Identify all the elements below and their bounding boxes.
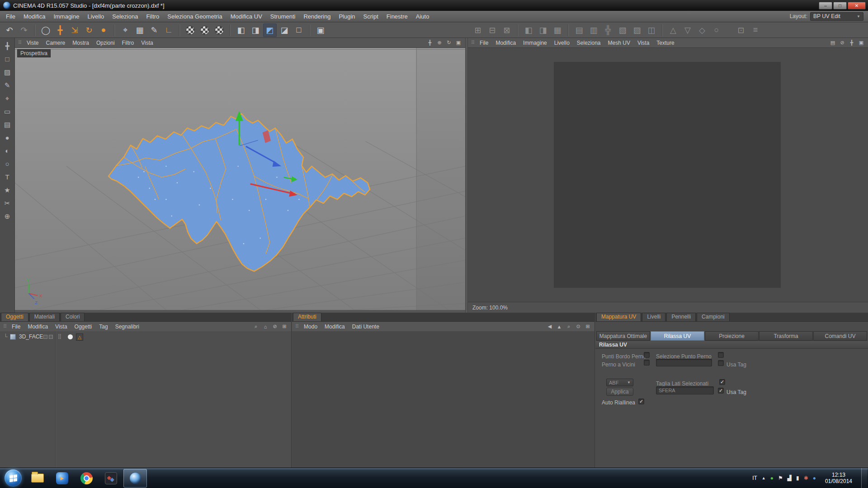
drag-handle-icon[interactable]: ⠿ [18, 40, 21, 46]
language-indicator[interactable]: IT [752, 475, 757, 481]
checkbox-taglia-lati[interactable]: ✓ [719, 379, 725, 385]
lock-icon[interactable]: ⊙ [574, 323, 582, 330]
pmenu-item-modifica[interactable]: Modifica [321, 324, 349, 330]
menu-item-strumenti[interactable]: Strumenti [266, 13, 300, 20]
tab-mappatura-uv[interactable]: Mappatura UV [596, 313, 641, 321]
knife-icon[interactable]: ✂ [1, 197, 13, 209]
taskbar-clock[interactable]: 12:13 01/08/2014 [821, 472, 857, 484]
taskbar-c4d-app[interactable]: ◆◆ [99, 469, 123, 488]
live-selection-icon[interactable]: ◯ [39, 23, 52, 37]
pmenu-item-immagine[interactable]: Immagine [519, 40, 551, 46]
star-icon[interactable]: ★ [1, 184, 13, 196]
maximize-button[interactable]: □ [833, 2, 847, 9]
zoom-view-icon[interactable]: ⊕ [435, 39, 443, 47]
mode-btn-proiezione[interactable]: Proiezione [705, 331, 759, 341]
uv-rotate-icon[interactable]: ⊠ [500, 23, 514, 37]
transform-icon[interactable]: ╋ [1, 40, 13, 52]
roller-icon[interactable]: ▤ [1, 119, 13, 130]
uv-snapshot-icon[interactable]: ⊡ [734, 23, 748, 37]
action-center-flag-icon[interactable]: ⚑ [778, 475, 783, 481]
magnify-icon[interactable]: ⊕ [1, 211, 13, 222]
object-tree[interactable]: └ 3D_FACE ⣿ △ [0, 331, 291, 468]
checkbox-selezione-punto-perno[interactable] [718, 352, 724, 358]
menu-item-file[interactable]: File [2, 13, 19, 20]
tab-campioni[interactable]: Campioni [697, 313, 730, 321]
visibility-toggle[interactable] [43, 335, 47, 339]
fill-bucket-icon[interactable]: ● [1, 132, 13, 143]
pmenu-item-camere[interactable]: Camere [42, 40, 69, 46]
pmenu-item-tag[interactable]: Tag [95, 324, 111, 330]
uv-options-icon[interactable]: ≡ [749, 23, 762, 37]
uv-pin-icon[interactable]: ◫ [645, 23, 658, 37]
checkbox-usa-tag-1[interactable] [718, 360, 724, 366]
back-icon[interactable]: ◀ [546, 323, 554, 330]
brush-icon[interactable]: ✎ [1, 80, 13, 91]
taskbar-chrome[interactable] [75, 469, 98, 488]
checkbox-punti-bordo-perno[interactable] [644, 352, 650, 358]
uv-projection-cubic-icon[interactable]: ▽ [681, 23, 694, 37]
pmenu-item-file[interactable]: File [8, 324, 24, 330]
coordinate-system-icon[interactable]: ⌖ [118, 23, 132, 37]
pmenu-item-vista[interactable]: Vista [634, 40, 653, 46]
uv-scale-icon[interactable]: ⊟ [486, 23, 499, 37]
tab-pennelli[interactable]: Pennelli [666, 313, 696, 321]
uv-projection-flat-icon[interactable]: ○ [710, 23, 723, 37]
texture-canvas[interactable] [468, 48, 868, 302]
channels-icon[interactable]: ▤ [829, 39, 837, 47]
texture-mode-icon[interactable]: ◩ [263, 23, 277, 37]
render-settings-icon[interactable] [215, 26, 224, 35]
toggle-view-icon[interactable]: ▣ [857, 39, 865, 47]
up-icon[interactable]: ▲ [555, 323, 563, 330]
drag-handle-icon[interactable]: ⠿ [471, 40, 474, 46]
uv-projection-spherical-icon[interactable]: ◇ [695, 23, 709, 37]
frame-icon[interactable]: ⊞ [584, 323, 592, 330]
text-icon[interactable]: T [1, 171, 13, 183]
pmenu-item-livello[interactable]: Livello [551, 40, 573, 46]
pmenu-item-modifica[interactable]: Modifica [492, 40, 519, 46]
pmenu-item-vista[interactable]: Vista [137, 40, 156, 46]
scene-root-icon[interactable]: ⌂ [261, 323, 269, 330]
last-tool-icon[interactable]: ● [97, 23, 110, 37]
lock-icon[interactable]: ⊘ [838, 39, 846, 47]
uv-relax-icon[interactable]: ▨ [630, 23, 644, 37]
tab-livelli[interactable]: Livelli [642, 313, 665, 321]
tab-materiali[interactable]: Materiali [29, 313, 60, 321]
network-tray-icon[interactable]: ▟ [788, 475, 792, 481]
frame-select-icon[interactable]: □ [1, 53, 13, 65]
start-button[interactable] [5, 469, 22, 487]
minimize-button[interactable]: – [819, 2, 832, 9]
pmenu-item-seleziona[interactable]: Seleziona [573, 40, 604, 46]
texture-image-area[interactable] [554, 62, 781, 288]
layout-select[interactable]: BP UV Edit ▼ [810, 12, 863, 21]
menu-item-finestre[interactable]: Finestre [382, 13, 412, 20]
uv-align-left-icon[interactable]: ▤ [572, 23, 586, 37]
attributes-content[interactable] [292, 331, 594, 468]
tab-oggetti[interactable]: Oggetti [1, 313, 28, 321]
pmenu-item-viste[interactable]: Viste [23, 40, 42, 46]
pan-view-icon[interactable]: ╋ [426, 39, 434, 47]
taskbar-media-player[interactable]: ▸ [50, 469, 74, 488]
close-button[interactable]: ✕ [848, 2, 866, 9]
menu-item-rendering[interactable]: Rendering [299, 13, 335, 20]
taskbar-c4d-window[interactable] [123, 469, 147, 488]
sketch-pen-icon[interactable]: ✎ [147, 23, 161, 37]
gradient-icon[interactable]: ◐ [1, 145, 13, 156]
uv-cut-icon[interactable]: ▧ [616, 23, 629, 37]
checkbox-auto-riallinea[interactable]: ✓ [638, 399, 644, 404]
pmenu-item-vista[interactable]: Vista [52, 324, 71, 330]
redo-icon[interactable]: ↷ [17, 23, 31, 37]
pmenu-item-filtro[interactable]: Filtro [118, 40, 138, 46]
tab-colori[interactable]: Colori [61, 313, 85, 321]
uv-projection-frontal-icon[interactable]: △ [666, 23, 680, 37]
sphere-brush-icon[interactable]: ○ [1, 158, 13, 169]
pmenu-item-mesh-uv[interactable]: Mesh UV [604, 40, 634, 46]
uvw-tag-icon[interactable]: △ [76, 333, 83, 341]
uv-mirror-u-icon[interactable]: ◧ [522, 23, 535, 37]
uv-grid-icon[interactable]: ▦ [551, 23, 564, 37]
menu-item-seleziona-geometria[interactable]: Seleziona Geometria [163, 13, 226, 20]
axis-lock-icon[interactable]: ∟ [162, 23, 175, 37]
show-desktop-button[interactable] [861, 468, 867, 488]
app-tray-icon[interactable]: ✱ [804, 475, 808, 481]
search-icon[interactable]: ⌕ [252, 323, 260, 330]
camera-label[interactable]: Prospettiva [17, 49, 51, 57]
